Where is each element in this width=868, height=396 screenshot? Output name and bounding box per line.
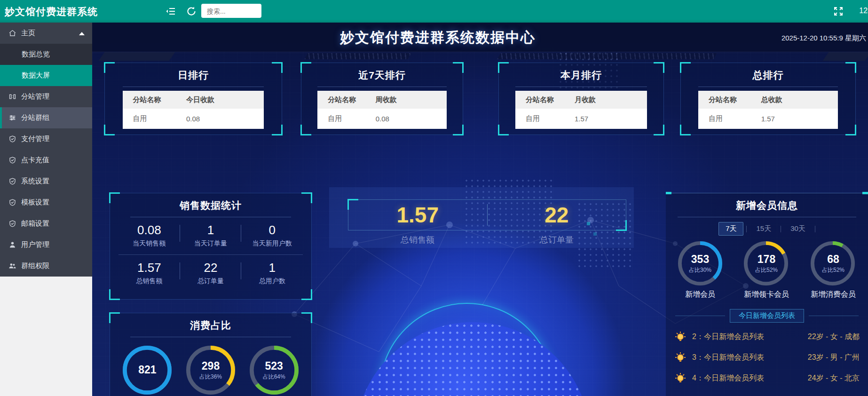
sidebar-item-email-settings[interactable]: 邮箱设置: [0, 213, 92, 234]
new-members-donut-chart: 353 占比30% 新增会员: [678, 241, 722, 300]
card-title: 新增会员信息: [666, 193, 868, 212]
totals-box: 1.57 22: [348, 199, 626, 230]
total-orders-number: 22: [544, 203, 568, 227]
chevron-up-icon: [79, 32, 85, 35]
ranking-table: 分站名称周收款 自用0.08: [317, 91, 446, 129]
cell-site-name: 自用: [123, 114, 186, 123]
donut-label: 新增领卡会员: [744, 290, 789, 300]
sidebar-item-home[interactable]: 主页: [0, 23, 92, 44]
period-tabs: 7天 15天 30天: [666, 222, 868, 236]
cell-site-name: 自用: [317, 114, 375, 123]
tab-15days[interactable]: 15天: [750, 222, 778, 235]
column-header: 周收款: [376, 95, 447, 104]
stat-value: 0: [241, 223, 303, 238]
sidebar-item-label: 系统设置: [21, 177, 49, 186]
sidebar-item-substation-manage[interactable]: 分站管理: [0, 86, 92, 107]
table-row: 自用0.08: [317, 109, 446, 129]
search-input[interactable]: [206, 4, 259, 18]
column-header: 总收款: [761, 95, 838, 104]
cell-amount: 1.57: [575, 115, 647, 123]
sales-stats-card: 销售数据统计 0.08 当天销售额 1 当天订单量 0 当天新用户数 1.57: [110, 193, 312, 300]
topbar-right-text: 123: [859, 7, 868, 15]
shield-check-icon: [8, 135, 16, 143]
divider: [675, 316, 725, 316]
daily-ranking-card: 日排行 分站名称今日收款 自用0.08: [104, 63, 282, 135]
column-header: 分站名称: [123, 95, 186, 104]
member-detail: 24岁 - 女 - 北京: [808, 373, 860, 383]
shield-check-icon: [8, 220, 16, 228]
menu-fold-icon[interactable]: [166, 6, 176, 16]
fullscreen-icon[interactable]: [833, 6, 844, 16]
stat-label: 当天订单量: [180, 239, 242, 248]
sidebar-item-label: 支付管理: [21, 135, 49, 143]
ranking-table: 分站名称总收款 自用1.57: [698, 91, 838, 129]
sidebar-item-label: 点卡充值: [21, 156, 49, 165]
sidebar-item-group-permission[interactable]: 群组权限: [0, 255, 92, 277]
consumption-ratio-card: 消费占比 821 298 占比36%: [110, 313, 312, 396]
table-row: 自用1.57: [698, 109, 838, 129]
sidebar-item-label: 群组权限: [21, 261, 49, 270]
tab-7days[interactable]: 7天: [718, 222, 743, 236]
donut-label: 新增会员: [678, 290, 722, 300]
lightbulb-icon: [674, 372, 687, 385]
search-box: [201, 4, 261, 18]
stat-value: 22: [180, 261, 242, 275]
stat-label: 当天销售额: [118, 239, 180, 248]
card-title: 销售数据统计: [110, 193, 311, 212]
shield-check-icon: [8, 198, 16, 206]
member-text: 4：今日新增会员列表: [692, 373, 764, 383]
stat-label: 当天新用户数: [241, 239, 303, 248]
table-row: 自用0.08: [123, 109, 264, 129]
member-list-item[interactable]: 4：今日新增会员列表 24岁 - 女 - 北京: [674, 372, 860, 385]
column-header: 分站名称: [698, 95, 761, 104]
sidebar-item-card-recharge[interactable]: 点卡充值: [0, 150, 92, 171]
new-card-members-donut-chart: 178 占比52% 新增领卡会员: [744, 241, 789, 300]
donut-ratio: 占比36%: [199, 373, 222, 381]
member-list-header: 今日新增会员列表: [675, 309, 859, 323]
sliders-icon: [8, 114, 16, 122]
total-orders-label: 总订单量: [487, 234, 626, 246]
stat-value: 0.08: [118, 223, 180, 238]
sidebar-item-substation-group[interactable]: 分站群组: [0, 107, 92, 128]
donut-ratio: 占比64%: [263, 373, 285, 381]
donut-value: 298: [202, 360, 220, 372]
donut-value: 178: [758, 253, 775, 266]
member-list-item[interactable]: 3：今日新增会员列表 23岁 - 男 - 广州: [674, 351, 860, 364]
tab-30days[interactable]: 30天: [784, 222, 812, 235]
stat-today-sales: 0.08 当天销售额: [118, 217, 180, 254]
sidebar-item-system-settings[interactable]: 系统设置: [0, 171, 92, 192]
sidebar-item-label: 用户管理: [21, 240, 49, 249]
datetime-text: 2025-12-20 10:55:9 星期六: [781, 34, 866, 43]
lightbulb-icon: [674, 352, 687, 364]
sidebar-item-label: 分站管理: [21, 92, 49, 101]
sidebar-item-payment[interactable]: 支付管理: [0, 128, 92, 150]
tick-decoration: [862, 192, 868, 194]
ranking-table: 分站名称月收款 自用1.57: [515, 91, 647, 129]
sidebar-item-data-overview[interactable]: 数据总览: [0, 44, 92, 65]
consumption-donut-chart: 298 占比36%: [186, 346, 235, 395]
divider: [130, 337, 291, 337]
column-header: 今日收款: [186, 95, 264, 104]
sidebar-item-label: 模板设置: [21, 198, 49, 207]
sidebar-item-template-settings[interactable]: 模板设置: [0, 192, 92, 213]
new-consuming-members-donut-chart: 68 占比52% 新增消费会员: [811, 241, 856, 300]
stat-today-orders: 1 当天订单量: [180, 217, 242, 254]
bevel-decoration: [823, 52, 868, 61]
today-members-list-button[interactable]: 今日新增会员列表: [730, 309, 804, 323]
divider: [678, 217, 856, 217]
member-list-item[interactable]: 2：今日新增会员列表 22岁 - 女 - 成都: [674, 331, 860, 343]
consumption-donut-chart: 523 占比64%: [250, 346, 299, 395]
donut-value: 821: [138, 364, 156, 376]
member-text: 3：今日新增会员列表: [692, 353, 764, 363]
card-title: 总排行: [681, 63, 855, 82]
page-title: 妙文馆付费进群系统数据中心: [92, 28, 868, 48]
shield-check-icon: [8, 177, 16, 185]
sidebar-item-data-screen[interactable]: 数据大屏: [0, 65, 92, 86]
divider: [317, 87, 446, 87]
stats-row: 1.57 总销售额 22 总订单量 1 总用户数: [118, 255, 303, 292]
user-icon: [8, 241, 16, 249]
stat-label: 总用户数: [241, 277, 303, 285]
sidebar-item-user-manage[interactable]: 用户管理: [0, 234, 92, 255]
donut-value: 68: [827, 253, 839, 266]
refresh-icon[interactable]: [186, 6, 197, 16]
